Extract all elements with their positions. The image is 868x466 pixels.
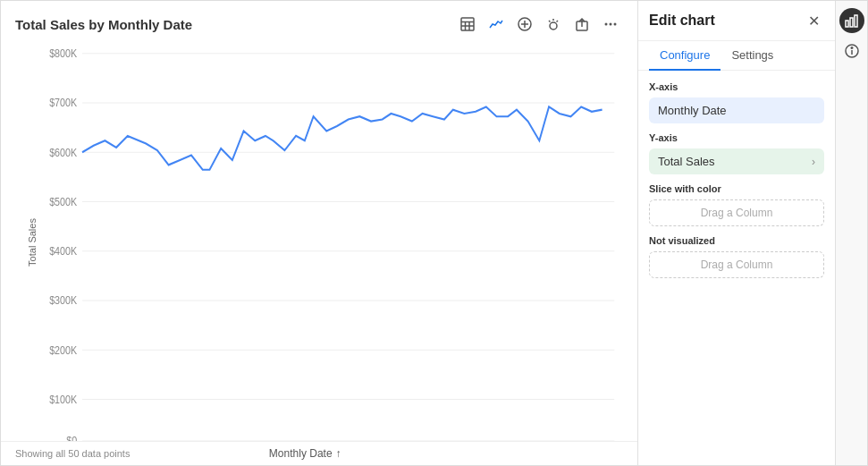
chart-svg: $800K $700K $600K $500K $400K $300K $200… bbox=[47, 44, 623, 441]
chart-toolbar bbox=[455, 12, 623, 37]
y-axis-value[interactable]: Total Sales › bbox=[649, 148, 824, 174]
y-axis-field-label: Y-axis bbox=[649, 132, 824, 143]
svg-rect-46 bbox=[855, 15, 857, 27]
svg-text:$400K: $400K bbox=[49, 246, 77, 258]
svg-rect-45 bbox=[850, 18, 853, 27]
svg-line-11 bbox=[557, 21, 559, 22]
info-button[interactable] bbox=[839, 38, 864, 64]
svg-rect-0 bbox=[461, 18, 474, 30]
x-axis-footer-label: Monthly Date ↑ bbox=[269, 447, 341, 460]
y-axis-value-text: Total Sales bbox=[658, 155, 715, 168]
svg-point-14 bbox=[605, 23, 608, 26]
not-viz-drop-zone[interactable]: Drag a Column bbox=[649, 251, 824, 278]
x-axis-value[interactable]: Monthly Date bbox=[649, 97, 824, 123]
edit-chart-panel: Edit chart ✕ Configure Settings X-axis M… bbox=[638, 1, 835, 465]
chart-title: Total Sales by Monthly Date bbox=[15, 17, 192, 32]
svg-point-8 bbox=[550, 22, 557, 30]
panel-content: X-axis Monthly Date Y-axis Total Sales ›… bbox=[638, 71, 835, 465]
svg-line-10 bbox=[549, 21, 551, 22]
share-button[interactable] bbox=[569, 12, 594, 37]
chart-footer: Showing all 50 data points Monthly Date … bbox=[1, 441, 637, 465]
tab-settings[interactable]: Settings bbox=[721, 41, 784, 71]
side-strip bbox=[835, 1, 867, 465]
svg-text:$700K: $700K bbox=[49, 97, 77, 109]
svg-text:$800K: $800K bbox=[49, 48, 77, 60]
close-button[interactable]: ✕ bbox=[803, 10, 824, 31]
slice-label: Slice with color bbox=[649, 183, 824, 194]
svg-point-16 bbox=[614, 23, 617, 26]
svg-text:$600K: $600K bbox=[49, 147, 77, 158]
panel-tabs: Configure Settings bbox=[638, 41, 835, 71]
panel-title: Edit chart bbox=[649, 13, 715, 29]
svg-point-49 bbox=[851, 47, 853, 49]
panel-header: Edit chart ✕ bbox=[638, 1, 835, 41]
not-viz-label: Not visualized bbox=[649, 235, 824, 246]
svg-point-15 bbox=[610, 23, 612, 26]
svg-rect-44 bbox=[846, 21, 848, 27]
chart-header: Total Sales by Monthly Date bbox=[1, 12, 637, 44]
sort-icon[interactable]: ↑ bbox=[336, 447, 341, 460]
chevron-right-icon: › bbox=[812, 156, 815, 168]
svg-text:$200K: $200K bbox=[49, 344, 77, 356]
chart-view-button[interactable] bbox=[839, 8, 864, 33]
chart-container: Total Sales $800K $700K $600K $500K $400… bbox=[1, 44, 637, 441]
slice-drop-zone[interactable]: Drag a Column bbox=[649, 199, 824, 226]
x-axis-field-label: X-axis bbox=[649, 81, 824, 92]
x-axis-value-text: Monthly Date bbox=[658, 104, 727, 117]
svg-text:$100K: $100K bbox=[49, 394, 77, 405]
monthly-date-text: Monthly Date bbox=[269, 447, 333, 460]
y-axis-label: Total Sales bbox=[27, 218, 38, 267]
main-chart-area: Total Sales by Monthly Date bbox=[1, 1, 638, 465]
more-options-button[interactable] bbox=[598, 12, 623, 37]
add-button[interactable] bbox=[512, 12, 537, 37]
svg-text:$500K: $500K bbox=[49, 196, 77, 208]
not-viz-placeholder-text: Drag a Column bbox=[701, 258, 773, 271]
insights-button[interactable] bbox=[541, 12, 566, 37]
showing-text: Showing all 50 data points bbox=[15, 448, 130, 459]
slice-placeholder-text: Drag a Column bbox=[701, 207, 773, 219]
svg-text:$300K: $300K bbox=[49, 295, 77, 307]
line-chart-button[interactable] bbox=[484, 12, 509, 37]
tab-configure[interactable]: Configure bbox=[649, 41, 721, 71]
table-view-button[interactable] bbox=[455, 12, 480, 37]
svg-text:$0: $0 bbox=[66, 436, 77, 441]
